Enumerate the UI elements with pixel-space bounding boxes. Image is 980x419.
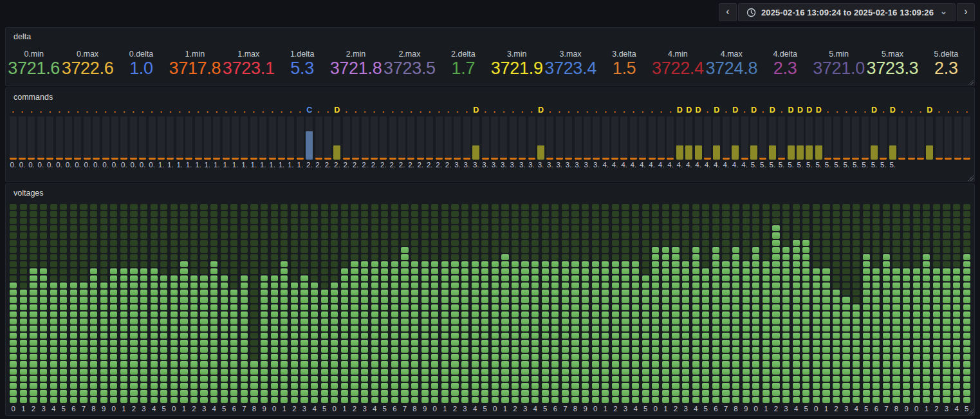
voltage-cell [391,290,398,295]
voltage-cell [763,254,770,260]
voltage-cell [782,225,790,231]
command-column: .1. [295,106,304,178]
command-value-label: . [290,106,291,115]
panel-voltages-title[interactable]: voltages [14,189,44,198]
voltage-cell [802,297,809,303]
voltage-cell [582,304,589,310]
voltage-cell [842,218,849,224]
command-bar [611,116,618,160]
stat-label: 5.max [882,50,903,59]
voltage-cell [110,347,117,353]
voltage-cell [341,340,348,346]
voltage-cell [371,240,378,246]
voltage-cell [612,211,619,217]
voltage-cell [903,247,910,253]
voltage-cell [40,312,47,317]
voltage-cell [963,261,970,267]
command-bar [426,116,433,160]
voltage-cell [903,290,910,295]
voltage-cell [331,290,338,295]
voltage-x-label: 1 [180,403,187,413]
voltage-cell [892,283,900,288]
voltage-cell [120,333,127,339]
voltage-cell [90,204,97,210]
voltage-cell [110,268,117,274]
voltage-cell [401,232,408,238]
voltage-cell [521,268,528,274]
voltage-cell [331,369,338,375]
voltage-cell [171,319,178,324]
voltage-cell [782,383,790,389]
voltage-cell [622,397,629,403]
voltage-cell [40,261,47,267]
command-bar-fill [788,145,795,160]
voltage-cell [160,297,167,303]
command-x-label: 5. [880,161,887,171]
voltage-cell [732,283,739,288]
command-value-label: . [188,106,190,115]
voltage-cell [542,204,549,210]
command-bar [519,116,526,160]
voltage-cell [472,275,479,281]
voltage-column: 8 [891,204,901,413]
voltage-cell [712,340,719,346]
voltage-cell [261,297,268,303]
command-bar [297,116,304,160]
voltage-cell [702,376,709,382]
voltage-cell [853,369,860,375]
voltage-cell [171,204,178,210]
voltage-cell [732,333,739,339]
command-value-label: . [95,106,97,115]
voltage-cell [281,376,288,382]
panel-resize-handle[interactable] [968,409,974,414]
voltage-cell [512,376,519,382]
voltage-cell [903,254,910,260]
command-bar [639,116,646,160]
voltage-x-label: 8 [90,403,97,413]
voltage-cell [793,376,800,382]
voltage-cell [311,254,318,260]
voltage-x-label: 3 [782,403,790,413]
panel-delta-title[interactable]: delta [14,32,31,41]
voltage-cell [311,361,318,367]
voltage-cell [221,383,228,389]
command-column: .1. [184,106,193,178]
voltage-cell [200,261,207,267]
voltage-cell-stack [261,204,268,403]
panel-commands-title[interactable]: commands [14,93,53,102]
voltage-cell-stack [501,204,508,403]
voltage-cell [50,369,57,375]
command-column: .0. [129,106,138,178]
voltage-x-label: 9 [261,403,268,413]
panel-resize-handle[interactable] [968,79,974,85]
voltage-cell [151,283,158,288]
voltage-cell [853,347,860,353]
voltage-cell [752,204,759,210]
voltage-cell [712,275,719,281]
panel-resize-handle[interactable] [968,175,974,181]
voltage-cell [813,225,820,231]
voltage-cell [722,326,729,331]
time-range-forward-button[interactable]: › [957,3,975,21]
voltage-x-label: 7 [80,403,87,413]
voltage-cell-stack [40,204,47,403]
time-range-button[interactable]: 2025-02-16 13:09:24 to 2025-02-16 13:09:… [738,3,956,21]
voltage-cell [863,290,870,295]
command-value-label: . [68,106,69,115]
voltage-cell [612,290,619,295]
voltage-cell [241,340,248,346]
voltage-cell [80,225,87,231]
time-range-back-button[interactable]: ‹ [719,3,737,21]
voltage-cell [772,211,779,217]
voltage-cell [842,319,849,324]
voltage-cell-stack [842,204,849,403]
voltage-cell [381,361,388,367]
voltage-cell [763,333,770,339]
voltage-cell [501,376,508,382]
voltage-cell-stack [200,204,207,403]
command-bar-fill [10,158,17,160]
voltage-cell [481,275,488,281]
voltage-cell [171,390,178,396]
voltage-cell [612,376,619,382]
voltage-cell [551,347,559,353]
